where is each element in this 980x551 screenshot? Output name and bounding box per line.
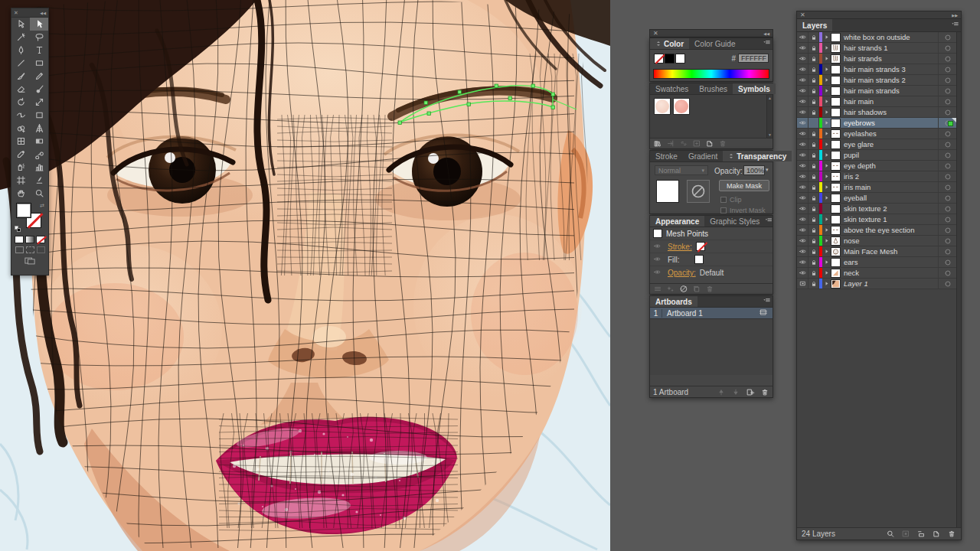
layer-thumbnail[interactable] [831, 183, 841, 192]
lock-icon[interactable] [808, 139, 819, 149]
color-spectrum-bar[interactable] [653, 69, 769, 79]
visibility-eye-icon[interactable] [797, 107, 808, 117]
column-graph-tool[interactable] [30, 161, 48, 174]
document-canvas[interactable] [0, 0, 610, 551]
expand-arrow-icon[interactable] [822, 56, 831, 61]
target-circle-icon[interactable] [938, 279, 956, 289]
visibility-eye-icon[interactable] [797, 86, 808, 96]
layer-row-ears[interactable]: ears [797, 257, 956, 268]
object-thumbnail[interactable] [656, 180, 679, 203]
symbol-sprayer-tool[interactable] [11, 161, 30, 174]
layer-row-hair-strands-1[interactable]: hair strands 1 [797, 43, 956, 54]
visibility-eye-icon[interactable] [797, 204, 808, 214]
layer-row-eye-depth[interactable]: eye depth [797, 161, 956, 171]
layer-name[interactable]: skin texture 2 [841, 204, 938, 213]
expand-arrow-icon[interactable] [822, 259, 831, 265]
layer-row-hair-main-strands[interactable]: hair main strands [797, 86, 956, 96]
visibility-eye-icon[interactable] [797, 75, 808, 85]
appearance-item-row[interactable]: Mesh Points [650, 227, 773, 240]
target-circle-icon[interactable] [938, 64, 956, 74]
clipping-mask-icon[interactable] [901, 530, 910, 538]
lock-icon[interactable] [808, 204, 819, 214]
tab-gradient[interactable]: Gradient [683, 151, 723, 161]
layer-name[interactable]: hair main strands 3 [841, 65, 938, 73]
layer-thumbnail[interactable] [831, 108, 841, 117]
tools-close-icon[interactable]: ✕ [14, 10, 18, 16]
tab-transparency[interactable]: Transparency [723, 151, 792, 161]
layer-row-eye-glare[interactable]: eye glare [797, 139, 956, 150]
layer-name[interactable]: iris 2 [841, 172, 938, 181]
layer-name[interactable]: iris main [841, 183, 938, 191]
panel-group-collapse-icon[interactable]: ◀◀ [763, 31, 769, 36]
layer-thumbnail[interactable] [831, 215, 841, 224]
layer-name[interactable]: hair main strands [841, 86, 938, 95]
tab-swatches[interactable]: Swatches [650, 83, 694, 94]
template-layer-icon[interactable] [797, 279, 808, 289]
layer-name[interactable]: ears [841, 258, 938, 266]
mask-thumbnail-empty[interactable] [687, 180, 710, 203]
expand-arrow-icon[interactable] [822, 88, 831, 93]
layer-thumbnail[interactable] [831, 269, 841, 278]
stroke-none-swatch[interactable] [696, 242, 705, 251]
layers-scrollbar[interactable] [956, 32, 961, 527]
expand-arrow-icon[interactable] [822, 238, 831, 243]
invert-mask-checkbox[interactable]: Invert Mask [720, 207, 766, 214]
layer-row-nose[interactable]: nose [797, 236, 956, 246]
move-down-icon[interactable] [731, 388, 740, 396]
delete-icon[interactable] [947, 530, 956, 538]
lock-icon[interactable] [808, 75, 819, 85]
lock-icon[interactable] [808, 54, 819, 64]
magic-wand-tool[interactable] [11, 31, 30, 44]
visibility-eye-icon[interactable] [797, 171, 808, 181]
draw-normal-mode-button[interactable] [15, 246, 24, 253]
visibility-eye-icon[interactable] [797, 150, 808, 160]
layer-row-hair-shadows[interactable]: hair shadows [797, 107, 956, 118]
lock-icon[interactable] [808, 246, 819, 256]
pen-tool[interactable] [11, 44, 30, 57]
visibility-eye-icon[interactable] [797, 64, 808, 74]
lock-icon[interactable] [808, 182, 819, 192]
lock-icon[interactable] [808, 214, 819, 224]
paintbrush-tool[interactable] [11, 70, 30, 83]
white-color-swatch[interactable] [675, 54, 685, 64]
layer-row-skin-texture-1[interactable]: skin texture 1 [797, 214, 956, 225]
visibility-eye-icon[interactable] [797, 118, 808, 128]
layer-row-white-box-on-outside[interactable]: white box on outside [797, 32, 956, 43]
layer-thumbnail[interactable] [831, 258, 841, 267]
layer-row-Main-Face-Mesh[interactable]: Main Face Mesh [797, 246, 956, 257]
none-mode-button[interactable] [36, 236, 45, 243]
target-circle-icon[interactable] [938, 75, 956, 85]
layer-row-iris-main[interactable]: iris main [797, 182, 956, 193]
rectangle-tool[interactable] [30, 57, 48, 70]
draw-behind-mode-button[interactable] [26, 246, 34, 253]
layer-row-eyebrows[interactable]: eyebrows [797, 118, 956, 129]
new-stroke-icon[interactable] [653, 285, 662, 293]
target-circle-icon[interactable] [938, 214, 956, 224]
make-mask-button[interactable]: Make Mask [719, 180, 769, 191]
lock-icon[interactable] [808, 43, 819, 53]
target-circle-icon[interactable] [938, 204, 956, 214]
target-circle-icon[interactable] [938, 43, 956, 53]
layer-name[interactable]: eyeball [841, 194, 938, 202]
expand-arrow-icon[interactable] [822, 281, 831, 286]
layer-name[interactable]: above the eye section [841, 226, 938, 234]
layer-thumbnail[interactable] [831, 65, 841, 74]
layer-thumbnail[interactable] [831, 204, 841, 214]
layer-name[interactable]: eye glare [841, 140, 938, 148]
none-color-swatch[interactable] [654, 54, 664, 64]
layer-name[interactable]: Main Face Mesh [841, 247, 938, 256]
expand-arrow-icon[interactable] [822, 142, 831, 147]
layer-thumbnail[interactable] [831, 236, 841, 246]
layer-thumbnail[interactable] [831, 226, 841, 235]
layer-name[interactable]: eyelashes [841, 129, 938, 138]
new-symbol-icon[interactable] [705, 139, 714, 148]
rotate-tool[interactable] [11, 96, 30, 109]
target-circle-icon[interactable] [938, 257, 956, 267]
expand-arrow-icon[interactable] [822, 270, 831, 276]
target-circle-icon[interactable] [938, 161, 956, 171]
expand-arrow-icon[interactable] [822, 45, 831, 51]
place-symbol-icon[interactable] [666, 139, 675, 148]
lock-icon[interactable] [808, 225, 819, 235]
layer-row-neck[interactable]: neck [797, 268, 956, 279]
layer-thumbnail[interactable] [831, 97, 841, 106]
